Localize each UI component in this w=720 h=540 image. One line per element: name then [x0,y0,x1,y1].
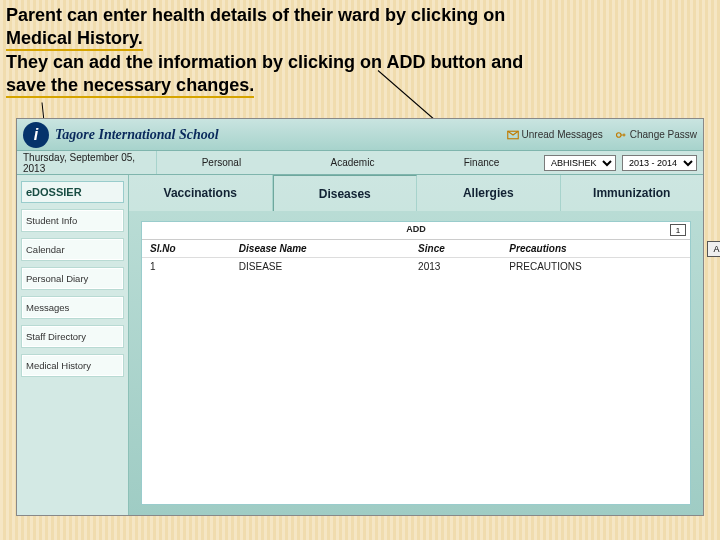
current-date: Thursday, September 05, 2013 [17,151,157,174]
key-icon [615,129,627,141]
sidebar-heading: eDOSSIER [21,181,124,203]
cell-prec: PRECAUTIONS [501,258,690,276]
change-password-link[interactable]: Change Passw [615,129,697,141]
student-select[interactable]: ABHISHEK [544,155,616,171]
menu-bar: Thursday, September 05, 2013 Personal Ac… [17,151,703,175]
sidebar-item-messages[interactable]: Messages [21,296,124,319]
main-area: Vaccinations Diseases Allergies Immuniza… [129,175,703,515]
sidebar-item-staff-directory[interactable]: Staff Directory [21,325,124,348]
session-select[interactable]: 2013 - 2014 [622,155,697,171]
mail-icon [507,129,519,141]
instruction-text: Parent can enter health details of their… [6,4,714,98]
sidebar-item-personal-diary[interactable]: Personal Diary [21,267,124,290]
school-name: Tagore International School [55,127,219,143]
sidebar-item-student-info[interactable]: Student Info [21,209,124,232]
table-row[interactable]: 1 DISEASE 2013 PRECAUTIONS [142,258,690,276]
cell-sl: 1 [142,258,231,276]
tab-vaccinations[interactable]: Vaccinations [129,175,273,211]
sidebar-item-calendar[interactable]: Calendar [21,238,124,261]
top-menu: Personal Academic Finance [157,157,544,168]
add-bar: ADD [142,222,690,240]
cell-since: 2013 [410,258,501,276]
tab-allergies[interactable]: Allergies [417,175,561,211]
col-since: Since [410,240,501,258]
row-count-input[interactable] [670,224,686,236]
add-button[interactable]: ADD [707,241,720,257]
health-tabs: Vaccinations Diseases Allergies Immuniza… [129,175,703,211]
col-slno: Sl.No [142,240,231,258]
data-panel: ADD Sl.No Disease Name Since Precautions… [141,221,691,505]
school-logo: i [23,122,49,148]
col-prec: Precautions [501,240,690,258]
title-bar: i Tagore International School Unread Mes… [17,119,703,151]
menu-personal[interactable]: Personal [202,157,241,168]
menu-academic[interactable]: Academic [330,157,374,168]
add-label: ADD [406,224,426,234]
menu-finance[interactable]: Finance [464,157,500,168]
cell-name: DISEASE [231,258,410,276]
unread-messages-link[interactable]: Unread Messages [507,129,603,141]
svg-point-1 [616,132,621,137]
sidebar: eDOSSIER Student Info Calendar Personal … [17,175,129,515]
app-window: i Tagore International School Unread Mes… [16,118,704,516]
disease-table: Sl.No Disease Name Since Precautions 1 D… [142,240,690,275]
tab-immunization[interactable]: Immunization [561,175,704,211]
col-name: Disease Name [231,240,410,258]
tab-diseases[interactable]: Diseases [273,175,418,211]
sidebar-item-medical-history[interactable]: Medical History [21,354,124,377]
